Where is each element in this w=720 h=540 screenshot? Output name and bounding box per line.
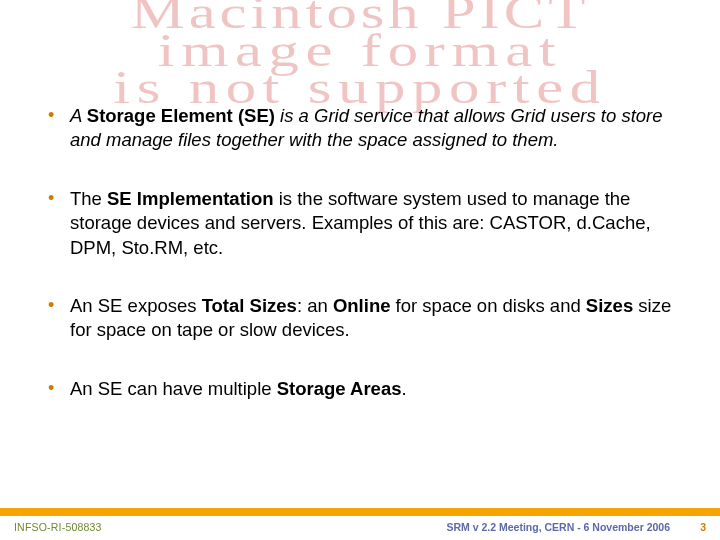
bullet-list: A Storage Element (SE) is a Grid service… xyxy=(44,104,676,401)
bullet-text: The xyxy=(70,188,107,209)
bullet-bold: Total Sizes xyxy=(202,295,297,316)
bullet-bold: Storage Element (SE) xyxy=(87,105,275,126)
bullet-bold: Storage Areas xyxy=(277,378,402,399)
footer-page-number: 3 xyxy=(692,521,706,533)
footer-divider xyxy=(0,508,720,516)
list-item: The SE Implementation is the software sy… xyxy=(44,187,676,260)
bullet-text: : an xyxy=(297,295,333,316)
bullet-bold: Sizes xyxy=(586,295,633,316)
watermark-line3: is not supported xyxy=(0,69,720,107)
bullet-bold: SE Implementation xyxy=(107,188,274,209)
watermark-line2: image format xyxy=(0,32,720,70)
bullet-text: An SE exposes xyxy=(70,295,202,316)
watermark-line1: Macintosh PICT xyxy=(131,0,590,38)
slide-body: A Storage Element (SE) is a Grid service… xyxy=(44,104,676,435)
list-item: An SE can have multiple Storage Areas. xyxy=(44,377,676,401)
footer-meeting-info: SRM v 2.2 Meeting, CERN - 6 November 200… xyxy=(102,521,692,533)
bullet-text: A xyxy=(70,105,87,126)
watermark-unsupported-pict: Macintosh PICT image format is not suppo… xyxy=(0,0,720,107)
bullet-bold: Online xyxy=(333,295,391,316)
slide-footer: INFSO-RI-508833 SRM v 2.2 Meeting, CERN … xyxy=(0,518,720,536)
slide: Macintosh PICT image format is not suppo… xyxy=(0,0,720,540)
bullet-text: . xyxy=(401,378,406,399)
bullet-text: for space on disks and xyxy=(390,295,585,316)
footer-project-id: INFSO-RI-508833 xyxy=(14,521,102,533)
list-item: A Storage Element (SE) is a Grid service… xyxy=(44,104,676,153)
list-item: An SE exposes Total Sizes: an Online for… xyxy=(44,294,676,343)
bullet-text: An SE can have multiple xyxy=(70,378,277,399)
